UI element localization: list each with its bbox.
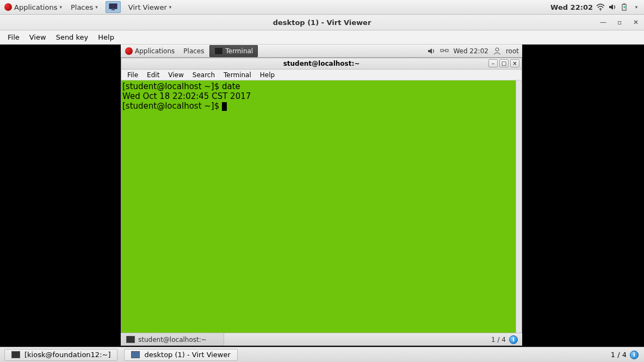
- host-task-virtviewer[interactable]: desktop (1) - Virt Viewer: [124, 349, 237, 361]
- volume-icon[interactable]: [608, 3, 617, 11]
- user-icon[interactable]: [493, 47, 501, 55]
- virtviewer-window-controls: — ▫ ✕: [599, 15, 640, 30]
- vv-menu-view[interactable]: View: [25, 32, 51, 42]
- terminal-window: student@localhost:~ – □ × File Edit View…: [121, 58, 522, 346]
- host-panel-left: Applications ▾ Places ▾ Virt Viewer ▾: [0, 0, 176, 14]
- virtviewer-window: desktop (1) - Virt Viewer — ▫ ✕ File Vie…: [0, 15, 644, 347]
- guest-top-panel: Applications Places Terminal: [121, 45, 522, 58]
- virtviewer-menubar: File View Send key Help: [0, 30, 644, 45]
- host-panel-right: Wed 22:02 ▾: [550, 0, 644, 14]
- host-workspace-label: 1 / 4: [611, 351, 627, 359]
- terminal-titlebar[interactable]: student@localhost:~ – □ ×: [121, 58, 522, 70]
- guest-bottom-task-label: student@localhost:~: [138, 336, 207, 344]
- term-menu-edit[interactable]: Edit: [143, 71, 163, 79]
- system-menu-icon[interactable]: ▾: [632, 3, 641, 11]
- guest-workspace-label: 1 / 4: [491, 336, 506, 344]
- term-menu-help[interactable]: Help: [256, 71, 278, 79]
- host-workspace-indicator[interactable]: 1 / 4 i: [606, 351, 644, 359]
- close-button[interactable]: ✕: [632, 18, 640, 26]
- maximize-button[interactable]: ▫: [616, 18, 623, 26]
- host-top-panel: Applications ▾ Places ▾ Virt Viewer ▾ We…: [0, 0, 644, 15]
- guest-task-label: Terminal: [225, 47, 253, 55]
- volume-icon[interactable]: [427, 47, 436, 55]
- minimize-button[interactable]: –: [488, 59, 498, 67]
- guest-bottom-task-terminal[interactable]: student@localhost:~: [121, 333, 224, 346]
- host-active-app[interactable]: Virt Viewer ▾: [124, 0, 176, 14]
- maximize-button[interactable]: □: [499, 59, 509, 67]
- svg-point-7: [496, 48, 499, 51]
- guest-clock[interactable]: Wed 22:02: [453, 47, 488, 55]
- monitor-icon: [131, 351, 140, 358]
- chevron-down-icon: ▾: [59, 4, 62, 10]
- guest-menu-places-label: Places: [183, 47, 204, 55]
- host-bottom-panel: [kiosk@foundation12:~] desktop (1) - Vir…: [0, 347, 644, 362]
- terminal-line: [student@localhost ~]$: [122, 101, 521, 111]
- vv-menu-help[interactable]: Help: [94, 32, 119, 42]
- term-menu-terminal[interactable]: Terminal: [220, 71, 255, 79]
- host-task1-label: [kiosk@foundation12:~]: [24, 351, 110, 359]
- terminal-menubar: File Edit View Search Terminal Help: [121, 70, 522, 80]
- virtviewer-titlebar[interactable]: desktop (1) - Virt Viewer — ▫ ✕: [0, 15, 644, 30]
- terminal-icon: [126, 336, 135, 343]
- terminal-window-controls: – □ ×: [488, 59, 519, 67]
- guest-desktop: Applications Places Terminal: [121, 45, 522, 346]
- svg-rect-0: [109, 4, 117, 9]
- redhat-icon: [125, 47, 133, 55]
- term-menu-view[interactable]: View: [164, 71, 187, 79]
- terminal-icon: [214, 47, 223, 55]
- svg-rect-5: [441, 49, 443, 52]
- wifi-icon[interactable]: [596, 3, 605, 11]
- svg-point-2: [600, 10, 601, 11]
- minimize-button[interactable]: —: [599, 18, 607, 26]
- vv-menu-file[interactable]: File: [3, 32, 24, 42]
- redhat-icon: [4, 3, 12, 11]
- term-menu-file[interactable]: File: [123, 71, 142, 79]
- info-icon[interactable]: i: [509, 335, 518, 344]
- terminal-icon: [11, 351, 20, 358]
- guest-menu-applications-label: Applications: [135, 47, 175, 55]
- host-task2-label: desktop (1) - Virt Viewer: [144, 351, 230, 359]
- chevron-down-icon: ▾: [635, 4, 638, 10]
- guest-bottom-panel: student@localhost:~ 1 / 4 i: [121, 333, 522, 346]
- guest-user-label[interactable]: root: [506, 47, 519, 55]
- vv-menu-sendkey[interactable]: Send key: [52, 32, 93, 42]
- virtviewer-title: desktop (1) - Virt Viewer: [273, 18, 371, 27]
- host-task-kiosk-terminal[interactable]: [kiosk@foundation12:~]: [4, 349, 117, 361]
- host-menu-places-label: Places: [71, 3, 93, 11]
- host-clock[interactable]: Wed 22:02: [550, 3, 593, 11]
- host-menu-applications[interactable]: Applications ▾: [0, 0, 66, 14]
- host-active-app-label: Virt Viewer: [128, 3, 167, 11]
- guest-menu-applications[interactable]: Applications: [121, 45, 179, 57]
- chevron-down-icon: ▾: [169, 4, 172, 10]
- host-menu-applications-label: Applications: [14, 3, 57, 11]
- terminal-prompt: [student@localhost ~]$: [122, 101, 222, 111]
- cursor-icon: [222, 102, 227, 111]
- terminal-title: student@localhost:~: [283, 60, 360, 67]
- scrollbar[interactable]: [516, 80, 522, 345]
- guest-menu-places[interactable]: Places: [179, 45, 208, 57]
- chevron-down-icon: ▾: [95, 4, 98, 10]
- term-menu-search[interactable]: Search: [189, 71, 219, 79]
- virtviewer-display[interactable]: Applications Places Terminal: [0, 45, 644, 347]
- host-menu-places[interactable]: Places ▾: [66, 0, 102, 14]
- svg-rect-4: [623, 4, 625, 5]
- guest-taskbar-terminal[interactable]: Terminal: [209, 45, 258, 57]
- info-icon[interactable]: i: [630, 351, 639, 359]
- battery-icon[interactable]: [620, 3, 629, 11]
- network-icon[interactable]: [440, 47, 449, 55]
- svg-rect-1: [112, 9, 115, 10]
- svg-rect-6: [445, 49, 448, 52]
- terminal-line: Wed Oct 18 22:02:45 CST 2017: [122, 91, 521, 101]
- close-button[interactable]: ×: [510, 59, 519, 67]
- terminal-body[interactable]: [student@localhost ~]$ date Wed Oct 18 2…: [121, 80, 522, 345]
- guest-workspace-indicator[interactable]: 1 / 4 i: [487, 335, 522, 344]
- host-launcher-virtviewer[interactable]: [106, 1, 121, 13]
- monitor-icon: [109, 3, 117, 11]
- terminal-line: [student@localhost ~]$ date: [122, 82, 521, 91]
